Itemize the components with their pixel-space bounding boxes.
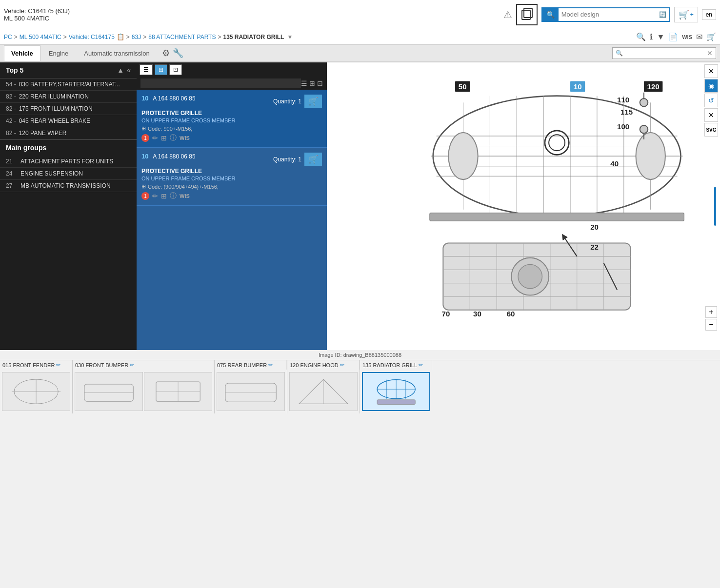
copy-button[interactable] (516, 4, 538, 25)
pencil-icon[interactable]: ✏ (152, 134, 158, 142)
wis-icon[interactable]: WIS (180, 135, 190, 141)
svg-text:22: 22 (590, 243, 599, 251)
breadcrumb-ml500[interactable]: ML 500 4MATIC (20, 34, 61, 40)
thumb-group-075: 075 REAR BUMPER ✏ (215, 360, 287, 413)
model-search-clear[interactable]: 🔄 (656, 10, 669, 20)
thumb-group-120: 120 ENGINE HOOD ✏ (287, 360, 360, 413)
parts-list[interactable]: 10 A 164 880 06 85 Quantity: 1 🛒 PROTECT… (137, 90, 327, 350)
main-group-item[interactable]: 24ENGINE SUSPENSION (0, 168, 137, 180)
tab-search-input[interactable] (626, 48, 704, 58)
svg-point-36 (640, 125, 648, 133)
main-group-item[interactable]: 27MB AUTOMATIC TRANSMISSION (0, 180, 137, 192)
cart-button[interactable]: 🛒+ (674, 7, 698, 22)
doc-icon[interactable]: 📄 (668, 32, 678, 41)
close-diagram-btn[interactable]: ✕ (704, 64, 718, 78)
part-item[interactable]: 10 A 164 880 06 85 Quantity: 1 🛒 PROTECT… (137, 148, 327, 206)
top5-item[interactable]: 54 -030 BATTERY,STARTER/ALTERNAT... (0, 78, 137, 91)
part-quantity: Quantity: 1 🛒 (273, 153, 322, 166)
mg-num: 24 (6, 170, 17, 177)
info-circle-icon[interactable]: ⓘ (170, 192, 177, 200)
thumb-edit-135[interactable]: ✏ (419, 362, 423, 368)
svg-text:10: 10 (574, 82, 582, 91)
tab-bike-icon[interactable]: 🔧 (173, 48, 183, 59)
info-icon[interactable]: ℹ (650, 32, 653, 41)
left-scroll[interactable]: 54 -030 BATTERY,STARTER/ALTERNAT...82 -2… (0, 78, 137, 350)
svg-point-34 (518, 264, 542, 288)
model-search-button[interactable]: 🔍 (542, 8, 559, 21)
center-title-icons: ☰ ⊞ ⊡ (301, 79, 323, 87)
model-search-input[interactable] (559, 9, 656, 20)
vehicle-id: Vehicle: C164175 (63J) (4, 7, 70, 15)
tab-search: 🔍 ✕ (612, 47, 716, 59)
diagram-undo-btn[interactable]: ↺ (704, 94, 718, 107)
pencil-icon[interactable]: ✏ (152, 192, 158, 200)
thumb-edit-015[interactable]: ✏ (56, 362, 60, 368)
zoom-in-btn[interactable]: + (705, 306, 717, 318)
thumb-img-030-2[interactable] (144, 372, 212, 411)
tab-auto-transmission[interactable]: Automatic transmission (77, 45, 157, 61)
wis-icon[interactable]: WIS (180, 193, 190, 199)
breadcrumb-actions: 🔍 ℹ ▼ 📄 WIS ✉ 🛒 (636, 32, 716, 41)
mg-num: 27 (6, 182, 17, 189)
filter-icon[interactable]: ▼ (657, 33, 664, 41)
breadcrumb-63j[interactable]: 63J (132, 34, 141, 40)
thumb-edit-030[interactable]: ✏ (130, 362, 134, 368)
top5-item-label: 030 BATTERY,STARTER/ALTERNAT... (19, 81, 120, 88)
cart-bc-icon[interactable]: 🛒 (706, 32, 716, 41)
tab-engine[interactable]: Engine (41, 45, 76, 61)
part-item[interactable]: 10 A 164 880 06 85 Quantity: 1 🛒 PROTECT… (137, 90, 327, 148)
part-quantity: Quantity: 1 🛒 (273, 95, 322, 108)
thumb-edit-120[interactable]: ✏ (340, 362, 344, 368)
wis-icon[interactable]: WIS (682, 34, 692, 40)
ct-expand-icon[interactable]: ⊞ (309, 79, 315, 87)
table-icon[interactable]: ⊞ (161, 192, 167, 200)
breadcrumb-88[interactable]: 88 ATTACHMENT PARTS (148, 34, 216, 40)
diagram-svg-btn[interactable]: SVG (704, 123, 718, 137)
breadcrumb-vehicle[interactable]: Vehicle: C164175 (69, 34, 115, 40)
thumb-img-030-1[interactable] (75, 372, 143, 411)
part-code: ⊞ Code: (900/904+494)+-M156; (141, 183, 322, 190)
center-title-input[interactable] (140, 78, 301, 88)
thumb-img-075-1[interactable] (217, 372, 285, 411)
mail-icon[interactable]: ✉ (696, 32, 702, 41)
language-button[interactable]: en (702, 9, 716, 20)
main-group-item[interactable]: 21ATTACHMENT PARTS FOR UNITS (0, 156, 137, 168)
part-number: A 164 880 06 85 (153, 153, 195, 160)
table-icon[interactable]: ⊞ (161, 134, 167, 142)
zoom-out-btn[interactable]: − (705, 319, 717, 331)
ct-expand-btn[interactable]: ⊡ (169, 64, 182, 75)
breadcrumb-pc[interactable]: PC (4, 34, 12, 40)
zoom-in-icon[interactable]: 🔍 (636, 32, 646, 41)
top5-item[interactable]: 42 -045 REAR WHEEL BRAKE (0, 115, 137, 127)
grid-icon: ⊞ (141, 125, 146, 132)
info-circle-icon[interactable]: ⓘ (170, 134, 177, 142)
vehicle-info: Vehicle: C164175 (63J) ML 500 4MATIC (4, 7, 70, 22)
thumb-img-135-1[interactable] (362, 372, 430, 411)
thumb-img-015-1[interactable] (2, 372, 70, 411)
add-to-cart-btn[interactable]: 🛒 (304, 95, 322, 108)
top5-item[interactable]: 82 -120 PANE WIPER (0, 127, 137, 139)
tab-vehicle[interactable]: Vehicle (4, 45, 40, 61)
breadcrumb-copy-icon[interactable]: 📋 (117, 33, 124, 40)
add-to-cart-btn[interactable]: 🛒 (304, 153, 322, 166)
breadcrumb-dropdown[interactable]: ▼ (287, 34, 293, 40)
ct-list-icon[interactable]: ☰ (301, 79, 307, 87)
part-name: PROTECTIVE GRILLE (141, 110, 322, 117)
ct-list-btn[interactable]: ☰ (140, 64, 153, 75)
thumb-img-120-1[interactable] (289, 372, 358, 411)
tab-settings-icon[interactable]: ⚙ (162, 48, 170, 59)
top5-item[interactable]: 82 -175 FRONT ILLUMINATION (0, 103, 137, 115)
tab-search-clear[interactable]: ✕ (704, 48, 716, 59)
top5-collapse-btn[interactable]: ▲ (117, 66, 124, 74)
svg-text:30: 30 (473, 310, 481, 318)
thumb-edit-075[interactable]: ✏ (268, 362, 273, 368)
top5-item[interactable]: 82 -220 REAR ILLUMINATION (0, 91, 137, 103)
ct-copy-icon[interactable]: ⊡ (317, 79, 323, 87)
diagram-cross-btn[interactable]: ✕ (704, 108, 718, 122)
part-row1: 10 A 164 880 06 85 Quantity: 1 🛒 (141, 153, 322, 166)
ct-grid-btn[interactable]: ⊞ (155, 64, 167, 75)
svg-text:100: 100 (617, 122, 629, 131)
diagram-circle-btn[interactable]: ◉ (704, 79, 718, 93)
top5-doublearrow-btn[interactable]: « (127, 66, 131, 74)
warning-icon[interactable]: ⚠ (503, 9, 512, 20)
